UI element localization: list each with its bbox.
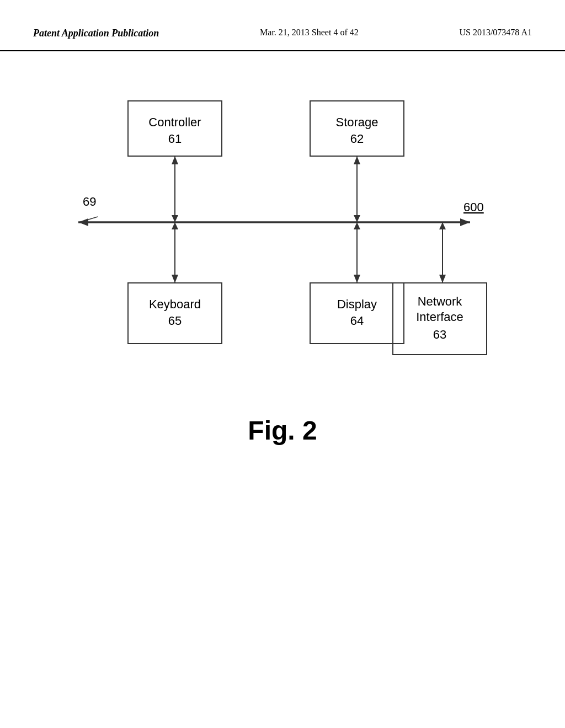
storage-number: 62 [350, 132, 364, 146]
svg-marker-12 [172, 222, 178, 229]
svg-marker-18 [439, 222, 446, 229]
svg-marker-4 [354, 156, 360, 164]
bus-number: 600 [463, 200, 484, 214]
network-number: 63 [433, 328, 446, 341]
svg-marker-2 [172, 215, 178, 222]
network-label-1: Network [418, 295, 463, 308]
svg-marker-11 [172, 275, 178, 283]
diagram-area: Controller 61 Storage 62 600 [0, 51, 565, 468]
keyboard-label: Keyboard [149, 297, 201, 311]
controller-number: 61 [168, 132, 182, 146]
svg-marker-14 [354, 275, 360, 283]
svg-marker-17 [439, 275, 446, 283]
svg-marker-1 [172, 156, 178, 164]
display-label: Display [337, 297, 377, 311]
svg-marker-5 [354, 215, 360, 222]
publication-label: Patent Application Publication [33, 28, 159, 39]
patent-number: US 2013/073478 A1 [459, 28, 532, 38]
keyboard-number: 65 [168, 314, 182, 328]
bus-arrow-label: 69 [83, 195, 96, 208]
controller-label: Controller [148, 115, 201, 129]
page: Patent Application Publication Mar. 21, … [0, 0, 565, 728]
storage-label: Storage [335, 115, 378, 129]
figure-label: Fig. 2 [248, 415, 317, 446]
sheet-info: Mar. 21, 2013 Sheet 4 of 42 [260, 28, 359, 38]
network-label-2: Interface [416, 310, 463, 324]
header: Patent Application Publication Mar. 21, … [0, 0, 565, 51]
svg-marker-8 [460, 218, 470, 226]
svg-marker-15 [354, 222, 360, 229]
display-number: 64 [350, 314, 364, 328]
block-diagram: Controller 61 Storage 62 600 [67, 84, 498, 393]
